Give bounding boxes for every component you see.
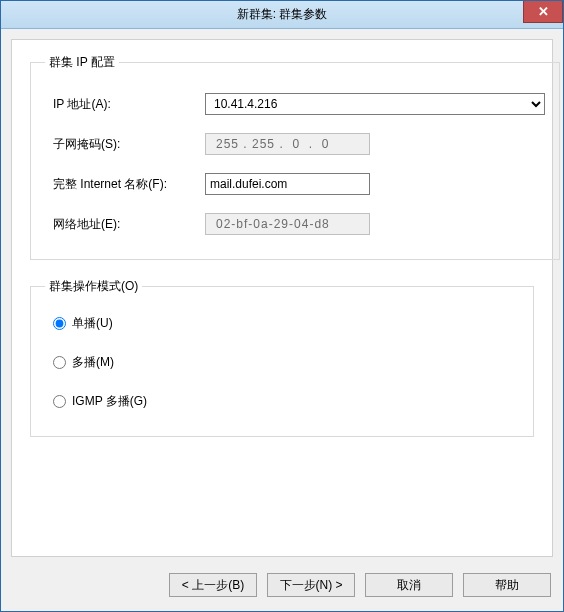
network-address-label: 网络地址(E): (45, 216, 205, 233)
radio-unicast[interactable]: 单播(U) (53, 315, 513, 332)
subnet-mask-label: 子网掩码(S): (45, 136, 205, 153)
ip-address-label: IP 地址(A): (45, 96, 205, 113)
ip-address-select[interactable]: 10.41.4.216 (205, 93, 545, 115)
radio-unicast-label: 单播(U) (72, 315, 113, 332)
button-row: < 上一步(B) 下一步(N) > 取消 帮助 (169, 573, 551, 597)
row-fullname: 完整 Internet 名称(F): (45, 173, 545, 195)
full-internet-name-label: 完整 Internet 名称(F): (45, 176, 205, 193)
window-title: 新群集: 群集参数 (237, 6, 328, 23)
radio-igmp-input[interactable] (53, 395, 66, 408)
radio-igmp-label: IGMP 多播(G) (72, 393, 147, 410)
network-address-field (205, 213, 370, 235)
mode-radio-group: 单播(U) 多播(M) IGMP 多播(G) (45, 307, 519, 418)
titlebar: 新群集: 群集参数 ✕ (1, 1, 563, 29)
close-button[interactable]: ✕ (523, 1, 563, 23)
back-button[interactable]: < 上一步(B) (169, 573, 257, 597)
radio-multicast-label: 多播(M) (72, 354, 114, 371)
help-button[interactable]: 帮助 (463, 573, 551, 597)
group-ip-legend: 群集 IP 配置 (45, 54, 119, 71)
cancel-button[interactable]: 取消 (365, 573, 453, 597)
mode-legend: 群集操作模式(O) (45, 278, 142, 295)
row-ip: IP 地址(A): 10.41.4.216 (45, 93, 545, 115)
row-mac: 网络地址(E): (45, 213, 545, 235)
radio-igmp[interactable]: IGMP 多播(G) (53, 393, 513, 410)
dialog-window: 新群集: 群集参数 ✕ 群集 IP 配置 IP 地址(A): 10.41.4.2… (0, 0, 564, 612)
close-icon: ✕ (538, 4, 549, 19)
full-internet-name-input[interactable] (205, 173, 370, 195)
subnet-mask-field (205, 133, 370, 155)
radio-multicast[interactable]: 多播(M) (53, 354, 513, 371)
mode-fieldset: 群集操作模式(O) 单播(U) 多播(M) IGMP 多播(G) (30, 278, 534, 437)
row-subnet: 子网掩码(S): (45, 133, 545, 155)
radio-multicast-input[interactable] (53, 356, 66, 369)
content-area: 群集 IP 配置 IP 地址(A): 10.41.4.216 子网掩码(S): … (11, 39, 553, 557)
radio-unicast-input[interactable] (53, 317, 66, 330)
group-ip-fieldset: 群集 IP 配置 IP 地址(A): 10.41.4.216 子网掩码(S): … (30, 54, 560, 260)
next-button[interactable]: 下一步(N) > (267, 573, 355, 597)
